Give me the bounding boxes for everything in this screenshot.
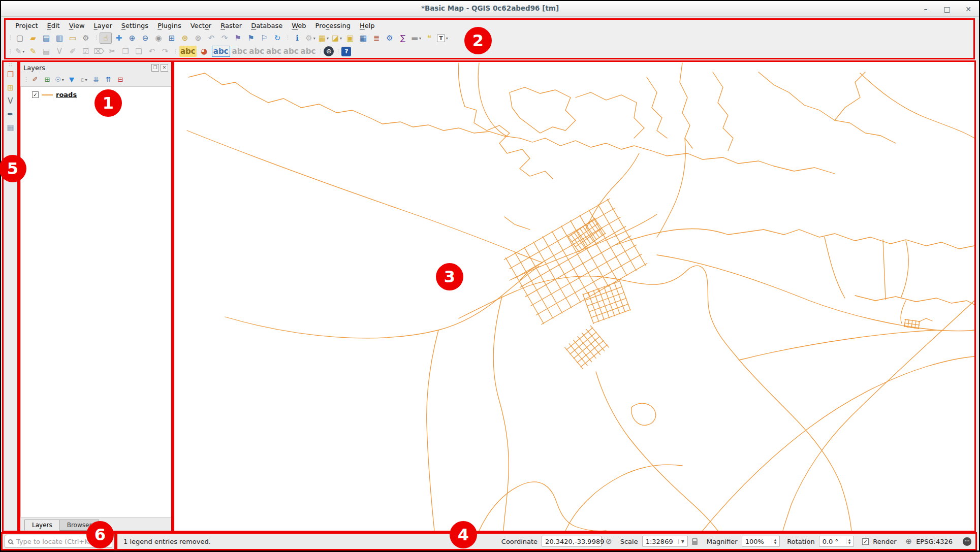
current-edits-icon[interactable]: ✎▾: [14, 46, 26, 57]
vertex-tool-icon[interactable]: ✐: [67, 46, 79, 57]
open-attribute-table-icon[interactable]: ▦: [357, 33, 369, 44]
toggle-editing-icon[interactable]: ✎: [27, 46, 39, 57]
rotation-spinner[interactable]: 0.0 °▲▼: [819, 536, 855, 547]
cut-features-icon[interactable]: ✂: [106, 46, 118, 57]
messages-bubble-icon[interactable]: ···: [963, 537, 971, 546]
save-project-as-icon[interactable]: ▥: [53, 33, 66, 44]
toolbar-drag-handle[interactable]: ⋮: [173, 46, 177, 56]
layer-diagram-icon[interactable]: ◕: [198, 46, 210, 57]
pan-to-selection-icon[interactable]: ✚: [113, 33, 125, 44]
highlight-pinned-labels-icon[interactable]: abc: [211, 46, 231, 57]
processing-toolbox-icon[interactable]: ⚙: [384, 33, 396, 44]
map-tips-icon[interactable]: ❝: [423, 33, 435, 44]
close-panel-icon[interactable]: ✕: [161, 64, 168, 72]
toolbar-drag-handle[interactable]: ⋮: [285, 33, 290, 43]
modify-attributes-icon[interactable]: ☑: [80, 46, 92, 57]
new-project-icon[interactable]: ▢: [14, 33, 26, 44]
measure-icon[interactable]: ▬▾: [410, 33, 422, 44]
run-feature-action-icon[interactable]: ⚙▾: [304, 33, 317, 44]
menu-vector[interactable]: Vector: [186, 21, 216, 30]
layer-visibility-checkbox[interactable]: ✓: [32, 91, 39, 98]
menu-edit[interactable]: Edit: [43, 21, 65, 30]
expand-all-icon[interactable]: ⇊: [90, 75, 102, 85]
scale-combobox[interactable]: 1:32869▼: [642, 536, 688, 547]
redo-icon[interactable]: ↷: [159, 46, 171, 57]
toolbar-drag-handle[interactable]: ⋮: [93, 33, 98, 43]
open-project-icon[interactable]: ▰: [27, 33, 39, 44]
spinner-arrows-icon[interactable]: ▲▼: [846, 538, 851, 544]
new-memory-layer-icon[interactable]: ▦: [5, 122, 17, 133]
show-bookmarks-icon[interactable]: ⚐: [258, 33, 270, 44]
select-features-icon[interactable]: ▦▾: [318, 33, 330, 44]
deselect-features-icon[interactable]: ◪▾: [331, 33, 343, 44]
menu-view[interactable]: View: [65, 21, 89, 30]
chevron-down-icon[interactable]: ▾: [327, 36, 329, 41]
zoom-out-icon[interactable]: ⊖: [139, 33, 151, 44]
tab-layers[interactable]: Layers: [24, 519, 60, 531]
zoom-to-layer-icon[interactable]: ⊚: [192, 33, 204, 44]
pan-map-icon[interactable]: ☝: [100, 33, 112, 44]
layer-name-label[interactable]: roads: [56, 91, 77, 99]
chevron-down-icon[interactable]: ▾: [22, 49, 24, 54]
zoom-next-icon[interactable]: ↷: [218, 33, 231, 44]
chevron-down-icon[interactable]: ▾: [62, 78, 64, 82]
chevron-down-icon[interactable]: ▾: [313, 36, 315, 41]
open-layer-styling-icon[interactable]: ✐: [29, 75, 41, 85]
toolbar-drag-handle[interactable]: ⋮: [23, 75, 28, 85]
menu-settings[interactable]: Settings: [117, 21, 153, 30]
layers-tree[interactable]: ✓ roads: [20, 86, 171, 517]
field-calculator-icon[interactable]: ≣: [370, 33, 383, 44]
chevron-down-icon[interactable]: ▾: [85, 78, 87, 82]
show-unplaced-labels-icon[interactable]: abc: [266, 46, 282, 57]
manage-map-themes-icon[interactable]: ☉▾: [54, 75, 65, 85]
zoom-last-icon[interactable]: ↶: [205, 33, 217, 44]
menu-processing[interactable]: Processing: [311, 21, 355, 30]
toolbar-drag-handle[interactable]: ⋮: [318, 46, 322, 56]
statistical-summary-icon[interactable]: ∑: [397, 33, 409, 44]
menu-help[interactable]: Help: [355, 21, 380, 30]
filter-expression-icon[interactable]: ε▾: [78, 75, 89, 85]
new-geopackage-layer-icon[interactable]: ⊞: [5, 82, 17, 93]
undo-icon[interactable]: ↶: [146, 46, 158, 57]
add-group-icon[interactable]: ⊞: [42, 75, 53, 85]
show-layout-manager-icon[interactable]: ⚙: [80, 33, 92, 44]
map-canvas[interactable]: [174, 62, 974, 531]
maximize-button[interactable]: □: [942, 5, 952, 13]
toolbar-drag-handle[interactable]: ⋮: [8, 33, 12, 43]
zoom-native-icon[interactable]: ◉: [152, 33, 165, 44]
bookmark-manager-icon[interactable]: ⚑: [245, 33, 257, 44]
data-source-manager-icon[interactable]: ❒: [5, 69, 17, 80]
menu-layer[interactable]: Layer: [89, 21, 117, 30]
show-hide-labels-icon[interactable]: abc: [232, 46, 248, 57]
menu-web[interactable]: Web: [287, 21, 310, 30]
toolbar-drag-handle[interactable]: ∷: [6, 63, 16, 68]
remove-layer-icon[interactable]: ⊟: [115, 75, 126, 85]
metasearch-icon[interactable]: ⊕: [324, 46, 334, 56]
new-shapefile-layer-icon[interactable]: V: [5, 95, 17, 107]
magnifier-spinner[interactable]: 100%▲▼: [742, 536, 780, 547]
identify-features-icon[interactable]: ℹ: [291, 33, 303, 44]
delete-selected-icon[interactable]: ⌦: [93, 46, 105, 57]
collapse-all-icon[interactable]: ⇈: [103, 75, 114, 85]
copy-features-icon[interactable]: ❐: [119, 46, 132, 57]
text-annotation-icon[interactable]: T▾: [436, 33, 449, 44]
add-feature-icon[interactable]: V: [53, 46, 66, 57]
paste-features-icon[interactable]: ❏: [133, 46, 145, 57]
move-label-icon[interactable]: abc: [283, 46, 299, 57]
layer-labeling-icon[interactable]: abc: [179, 46, 197, 57]
coordinate-input[interactable]: 20.3420,-33.9989: [542, 536, 602, 547]
select-by-value-icon[interactable]: ▣: [344, 33, 356, 44]
help-icon[interactable]: ?: [341, 47, 351, 56]
zoom-in-icon[interactable]: ⊕: [126, 33, 138, 44]
save-project-icon[interactable]: ▤: [40, 33, 52, 44]
chevron-down-icon[interactable]: ▼: [678, 539, 684, 544]
minimize-button[interactable]: –: [921, 5, 930, 13]
menu-raster[interactable]: Raster: [216, 21, 246, 30]
save-layer-edits-icon[interactable]: ▤: [40, 46, 52, 57]
crs-globe-icon[interactable]: ⊕: [906, 537, 912, 546]
render-checkbox[interactable]: ✓: [862, 538, 869, 545]
menu-database[interactable]: Database: [246, 21, 287, 30]
mouse-position-toggle-icon[interactable]: ⊘: [606, 537, 612, 546]
zoom-full-icon[interactable]: ⊞: [166, 33, 178, 44]
chevron-down-icon[interactable]: ▾: [446, 36, 448, 41]
